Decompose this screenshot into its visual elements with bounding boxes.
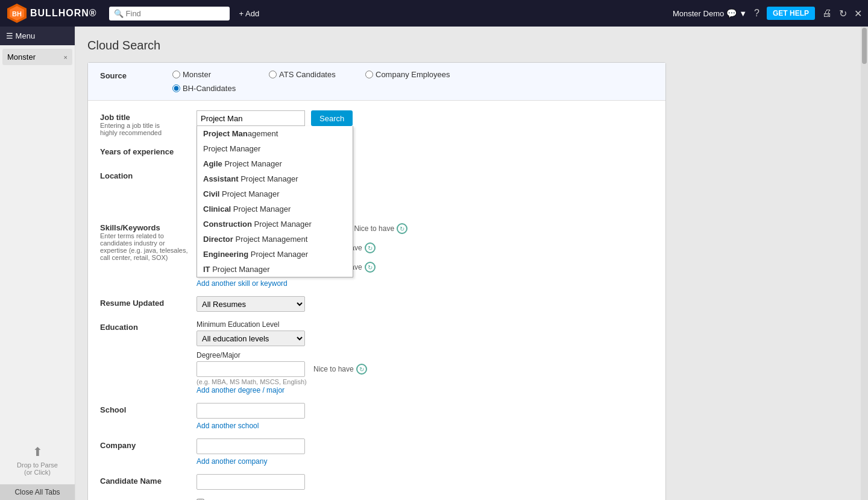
source-company[interactable]: Company Employees (365, 70, 450, 79)
search-button[interactable]: Search (311, 110, 353, 126)
source-bh[interactable]: BH-Candidates (172, 84, 450, 93)
education-content: Minimum Education Level All education le… (197, 320, 653, 394)
autocomplete-item-7[interactable]: Construction Project Manager (197, 217, 353, 232)
source-ats[interactable]: ATS Candidates (269, 70, 347, 79)
bullhorn-logo: BH BULLHORN® (6, 2, 97, 24)
candidate-name-row: Candidate Name (100, 474, 653, 490)
close-icon[interactable]: ✕ (854, 8, 862, 19)
add-school-link[interactable]: Add another school (197, 422, 259, 430)
company-label: Company (100, 438, 197, 450)
autocomplete-item-5[interactable]: Civil Project Manager (197, 186, 353, 201)
get-help-button[interactable]: GET HELP (767, 7, 815, 20)
company-content: Add another company (197, 438, 653, 466)
source-label: Source (100, 70, 172, 80)
school-row: School Add another school (100, 403, 653, 430)
chevron-down-icon: ▼ (739, 9, 747, 18)
drop-to-parse[interactable]: ⬆ Drop to Parse (or Click) (0, 438, 75, 482)
source-monster[interactable]: Monster (172, 70, 251, 79)
company-input[interactable] (197, 438, 305, 454)
degree-label: Degree/Major (197, 351, 653, 359)
education-level-select[interactable]: All education levels High School Associa… (197, 331, 305, 346)
degree-section: Degree/Major Nice to have ↻ (e.g. MBA, M… (197, 351, 653, 394)
school-content: Add another school (197, 403, 653, 430)
resume-updated-select[interactable]: All Resumes Last 24 Hours Last 3 Days La… (197, 296, 305, 312)
degree-input[interactable] (197, 361, 305, 377)
cloud-search-panel: Source Monster ATS Candidates Company Em… (87, 62, 666, 500)
close-all-tabs-button[interactable]: Close All Tabs (0, 484, 75, 500)
job-title-autocomplete: Project Management Project Manager Agile… (197, 110, 305, 126)
min-edu-label: Minimum Education Level (197, 320, 653, 329)
menu-toggle[interactable]: ☰ Menu (0, 27, 75, 45)
source-options: Monster ATS Candidates Company Employees (172, 70, 450, 93)
add-skill-link[interactable]: Add another skill or keyword (197, 279, 288, 288)
svg-text:BH: BH (12, 10, 22, 17)
logo-text: BULLHORN® (30, 8, 97, 19)
resume-updated-row: Resume Updated All Resumes Last 24 Hours… (100, 296, 653, 312)
upload-icon: ⬆ (6, 445, 69, 459)
years-exp-label: Years of experience (100, 145, 197, 156)
job-title-row: Job title Entering a job title is highly… (100, 110, 653, 136)
years-exp-row: Years of experience Nice to have ↻ (100, 145, 653, 160)
autocomplete-item-8[interactable]: Director Project Management (197, 232, 353, 247)
company-row: Company Add another company (100, 438, 653, 466)
nice-to-have-icon-3: ↻ (365, 262, 376, 273)
autocomplete-item-1[interactable]: Project Management (197, 126, 353, 141)
degree-example-text: (e.g. MBA, MS Math, MSCS, English) (197, 378, 653, 385)
education-row: Education Minimum Education Level All ed… (100, 320, 653, 394)
candidate-name-input[interactable] (197, 474, 305, 490)
speech-icon: 💬 (726, 8, 737, 18)
source-monster-radio[interactable] (172, 71, 180, 78)
form-body: Job title Entering a job title is highly… (88, 101, 665, 500)
location-label: Location (100, 169, 197, 180)
location-row: Location within 50 miles 10 miles 25 mil… (100, 169, 653, 212)
source-bh-radio[interactable] (172, 84, 180, 92)
autocomplete-item-9[interactable]: Engineering Project Manager (197, 247, 353, 262)
nice-to-have-icon-1: ↻ (397, 223, 407, 234)
bullhorn-logo-icon: BH (6, 2, 28, 24)
global-search-bar[interactable]: 🔍 (109, 7, 230, 21)
autocomplete-item-4[interactable]: Assistant Project Manager (197, 171, 353, 186)
sidebar-tab-monster[interactable]: Monster × (2, 49, 72, 65)
user-menu[interactable]: Monster Demo 💬 ▼ (673, 8, 747, 18)
source-row: Source Monster ATS Candidates Company Em… (88, 63, 665, 101)
job-title-content: Project Management Project Manager Agile… (197, 110, 653, 126)
autocomplete-item-10[interactable]: IT Project Manager (197, 262, 353, 277)
search-icon: 🔍 (114, 9, 124, 18)
nice-to-have-icon-2: ↻ (365, 242, 376, 253)
school-input[interactable] (197, 403, 305, 419)
school-label: School (100, 403, 197, 414)
autocomplete-item-3[interactable]: Agile Project Manager (197, 156, 353, 171)
skill-nice-to-have-1[interactable]: Nice to have ↻ (354, 223, 407, 234)
source-ats-radio[interactable] (269, 71, 277, 78)
resume-updated-label: Resume Updated (100, 296, 197, 308)
job-title-label: Job title Entering a job title is highly… (100, 110, 197, 136)
candidate-name-label: Candidate Name (100, 474, 197, 486)
job-title-input[interactable] (197, 110, 305, 126)
help-icon[interactable]: ? (754, 8, 760, 19)
add-button[interactable]: + Add (239, 9, 260, 18)
scrollbar[interactable] (861, 27, 868, 500)
scroll-thumb[interactable] (862, 28, 867, 64)
candidate-name-content (197, 474, 653, 490)
autocomplete-item-2[interactable]: Project Manager (197, 141, 353, 156)
main-content: Cloud Search Source Monster ATS Candidat… (75, 27, 868, 500)
source-company-radio[interactable] (365, 71, 373, 78)
skills-row: Skills/Keywords Enter terms related to c… (100, 221, 653, 288)
global-search-input[interactable] (126, 9, 216, 18)
autocomplete-dropdown: Project Management Project Manager Agile… (197, 126, 353, 277)
autocomplete-item-6[interactable]: Clinical Project Manager (197, 201, 353, 217)
add-company-link[interactable]: Add another company (197, 457, 267, 466)
page-title: Cloud Search (87, 39, 856, 52)
close-tab-icon[interactable]: × (64, 54, 68, 61)
print-icon[interactable]: 🖨 (822, 8, 832, 19)
nav-right: Monster Demo 💬 ▼ ? GET HELP 🖨 ↻ ✕ (673, 7, 862, 20)
add-degree-link[interactable]: Add another degree / major (197, 386, 285, 394)
education-label: Education (100, 320, 197, 332)
refresh-icon[interactable]: ↻ (839, 8, 847, 19)
nice-to-have-degree-icon: ↻ (356, 364, 367, 375)
resume-updated-content: All Resumes Last 24 Hours Last 3 Days La… (197, 296, 653, 312)
top-navigation: BH BULLHORN® 🔍 + Add Monster Demo 💬 ▼ ? … (0, 0, 868, 27)
degree-nice-to-have[interactable]: Nice to have ↻ (313, 364, 367, 375)
skills-label: Skills/Keywords Enter terms related to c… (100, 221, 197, 261)
sidebar: ☰ Menu Monster × ⬆ Drop to Parse (or Cli… (0, 27, 75, 500)
